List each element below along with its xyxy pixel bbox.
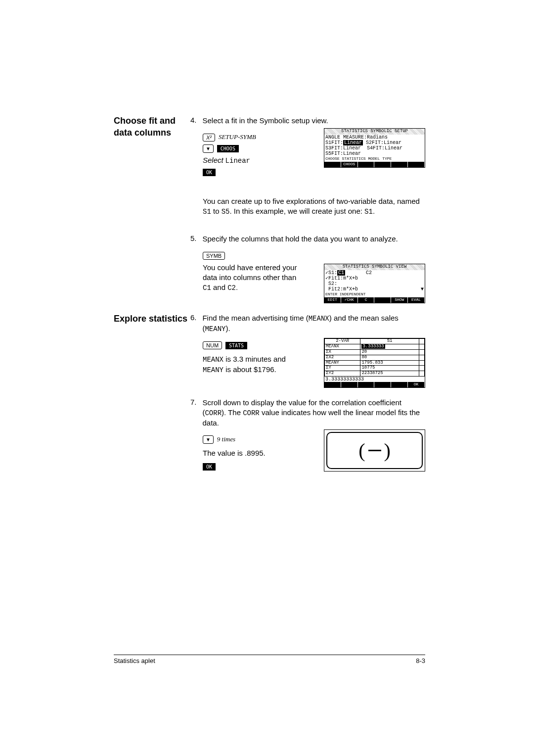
t: is 3.3 minutes and xyxy=(223,355,286,363)
step-text: Specify the columns that hold the data y… xyxy=(202,234,422,244)
row: ✓Fit1:m*X+b xyxy=(324,276,425,281)
c: ΣX xyxy=(325,349,360,355)
c: 1795.833 xyxy=(360,360,419,366)
text: You can create up to five explorations o… xyxy=(203,197,420,205)
value: Radians xyxy=(367,135,388,140)
paren-left-icon: ( xyxy=(358,439,365,462)
num-key: NUM xyxy=(203,341,222,349)
l: S3FIT: xyxy=(325,145,343,151)
minus-icon xyxy=(368,450,381,451)
code: S1 xyxy=(364,208,373,216)
t: Find the mean advertising time ( xyxy=(202,314,308,322)
l: ✓S1: xyxy=(325,270,337,276)
down-key: ▼ xyxy=(203,435,214,444)
stats-key: STATS xyxy=(225,342,247,349)
step-text: Select a fit in the Symbolic setup view. xyxy=(202,116,422,126)
paren-right-icon: ) xyxy=(384,439,391,462)
x2-key: X² xyxy=(203,134,215,142)
v: Linear xyxy=(343,145,361,151)
t: is about $1796. xyxy=(223,365,276,374)
code: MEANX xyxy=(203,356,223,364)
drawing-inner: ( ) xyxy=(326,432,423,469)
step-text: Scroll down to display the value for the… xyxy=(202,398,422,428)
ok-softkey: OK xyxy=(408,382,425,387)
code: S5 xyxy=(222,208,230,216)
code: CORR xyxy=(243,409,260,417)
section-heading-choose-fit: Choose fit and data columns xyxy=(114,115,188,139)
c: 80 xyxy=(360,355,419,360)
v: Linear xyxy=(385,145,402,151)
page-footer: Statistics aplet 8-3 xyxy=(114,655,425,664)
text: . xyxy=(236,283,238,291)
label: ANGLE MEASURE: xyxy=(325,135,367,140)
screen-title: STATISTICS SYMBOLIC SETUP xyxy=(324,129,425,135)
text: and xyxy=(211,283,227,291)
code: MEANY xyxy=(205,325,225,333)
scroll-down-icon: ▼ xyxy=(421,286,424,292)
v: C1 xyxy=(337,270,345,276)
text: You could have entered your data into co… xyxy=(203,263,297,282)
footer: OK xyxy=(324,382,425,387)
row: Fit2:m*X+b xyxy=(325,286,358,292)
text: to xyxy=(211,207,222,215)
down-key: ▼ xyxy=(203,144,214,153)
step-num: 7. xyxy=(190,398,200,406)
paragraph-explorations: You can create up to five explorations o… xyxy=(190,196,425,217)
c: 20 xyxy=(360,349,419,355)
footer: CHOOS xyxy=(324,162,425,167)
c: ΣY2 xyxy=(325,371,360,377)
c: MEANY xyxy=(325,360,360,366)
screen-symbolic-setup: STATISTICS SYMBOLIC SETUP ANGLE MEASURE:… xyxy=(324,128,425,168)
c: ΣX2 xyxy=(325,355,360,360)
section-heading-explore-stats: Explore statistics xyxy=(114,313,195,325)
status: CHOOSE STATISTICS MODEL TYPE xyxy=(324,156,425,162)
setup-symb-label: SETUP-SYMB xyxy=(219,133,256,141)
screen-title: STATISTICS SYMBOLIC VIEW xyxy=(324,264,425,270)
v: C2 xyxy=(366,270,372,276)
footer: EDIT✓CHKCSHOWEVAL xyxy=(324,297,425,303)
l: S4FIT: xyxy=(367,145,385,151)
select-label: Select xyxy=(203,156,223,164)
footer-right: 8-3 xyxy=(416,657,425,664)
nine-times: 9 times xyxy=(217,435,235,443)
status: ENTER INDEPENDENT xyxy=(324,292,425,297)
code: C1 xyxy=(203,284,211,292)
select-value: Linear xyxy=(225,157,250,165)
callout-drawing: ( ) xyxy=(324,429,425,472)
ok-key: OK xyxy=(203,463,216,471)
l: S5FIT: xyxy=(325,151,343,156)
bottom-value: 3.33333333333 xyxy=(324,377,425,382)
c: ΣY xyxy=(325,366,360,371)
footer-left: Statistics aplet xyxy=(114,657,155,664)
t: ). The xyxy=(222,408,243,417)
t: ). xyxy=(225,324,230,332)
c: 22338725 xyxy=(360,371,419,377)
c: 3.333333 xyxy=(361,344,385,349)
v: Linear xyxy=(343,140,363,145)
sk: ✓CHK xyxy=(341,297,358,303)
sk: SHOW xyxy=(391,297,408,303)
code: C2 xyxy=(227,284,236,292)
ok-key: OK xyxy=(203,169,216,176)
step-num: 4. xyxy=(190,116,200,124)
c: 10775 xyxy=(360,366,419,371)
row: S2: xyxy=(324,281,425,286)
symb-key: SYMB xyxy=(203,252,225,260)
hdr: S1 xyxy=(360,339,419,344)
stats-table: 2-VARS1 MEANX3.333333 ΣX20 ΣX280 MEANY17… xyxy=(324,338,425,377)
l: S1FIT: xyxy=(325,140,343,145)
choos-key: CHOOS xyxy=(217,145,239,152)
code: MEANY xyxy=(203,366,223,374)
code: CORR xyxy=(205,409,222,417)
screen-stats-table: 2-VARS1 MEANX3.333333 ΣX20 ΣX280 MEANY17… xyxy=(324,338,425,388)
choos-softkey: CHOOS xyxy=(341,162,358,167)
v: Linear xyxy=(343,151,361,156)
code: S1 xyxy=(203,208,211,216)
c: MEANX xyxy=(325,344,360,349)
hdr: 2-VAR xyxy=(325,339,360,344)
sk: EDIT xyxy=(324,297,341,303)
text: . xyxy=(373,207,375,215)
code: MEANX xyxy=(309,315,329,323)
text: . In this example, we will create just o… xyxy=(229,207,364,215)
l: S2FIT: xyxy=(366,140,384,145)
